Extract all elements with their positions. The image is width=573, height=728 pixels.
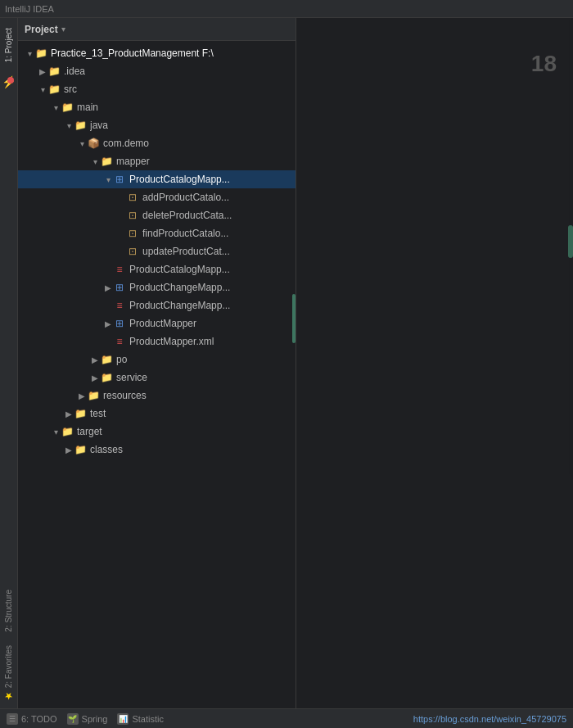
tree-item-label: po <box>116 354 296 365</box>
package-icon: 📦 <box>87 137 100 150</box>
src-folder-icon: 📁 <box>47 83 61 96</box>
expand-arrow: ▶ <box>103 283 113 292</box>
method-icon: ⊡ <box>126 209 139 222</box>
main-content: 18 Select Next View Alt+右箭头 Select Previ… <box>296 18 573 708</box>
tree-item-label: ProductChangeMapp... <box>129 300 296 311</box>
list-item[interactable]: ▾ 📁 src <box>18 80 296 98</box>
list-item[interactable]: ≡ ProductChangeMapp... <box>18 296 296 314</box>
statistic-icon: 📊 <box>117 713 129 725</box>
folder-icon: 📁 <box>100 353 113 366</box>
folder-icon: 📁 <box>61 425 74 438</box>
list-item[interactable]: ▶ 📁 resources <box>18 387 296 405</box>
tree-item-label: ProductCatalogMapp... <box>129 264 296 275</box>
main-scrollbar[interactable] <box>568 225 573 258</box>
tree-item-label: com.demo <box>103 138 296 149</box>
list-item[interactable]: ▾ ⊞ ProductCatalogMapp... <box>18 170 296 188</box>
expand-arrow: ▶ <box>103 319 113 328</box>
bottom-url: https://blog.csdn.net/weixin_45729075 <box>413 714 566 724</box>
expand-arrow: ▶ <box>77 391 87 400</box>
tree-item-label: deleteProductCata... <box>142 210 296 221</box>
bottom-tab-statistic[interactable]: 📊 Statistic <box>117 713 164 725</box>
tree-item-label: classes <box>90 444 296 455</box>
list-item[interactable]: ▾ 📁 main <box>18 98 296 116</box>
bottom-tab-spring[interactable]: 🌱 Spring <box>67 713 108 725</box>
root-project-label: Practice_13_ProductManagement F:\ <box>51 47 296 59</box>
folder-icon: 📁 <box>47 65 61 78</box>
expand-arrow: ▾ <box>77 139 87 148</box>
list-item[interactable]: ▶ 📁 po <box>18 350 296 369</box>
java-folder-icon: 📁 <box>74 119 87 132</box>
tree-item-label: target <box>77 426 296 437</box>
sidebar-item-project[interactable]: 1: Project <box>2 21 15 69</box>
expand-arrow: ▾ <box>64 121 74 130</box>
spring-icon: 🌱 <box>67 713 79 725</box>
bottom-tab-todo[interactable]: ☰ 6: TODO <box>7 713 57 725</box>
list-item[interactable]: ▶ 📁 service <box>18 369 296 387</box>
sidebar-item-structure[interactable]: 2: Structure <box>2 583 15 639</box>
bottom-tab-todo-label: 6: TODO <box>21 714 57 724</box>
list-item[interactable]: ⊡ updateProductCat... <box>18 242 296 260</box>
expand-arrow: ▶ <box>90 373 100 382</box>
tree-item-label: ProductMapper.xml <box>129 336 296 347</box>
top-bar: IntelliJ IDEA <box>0 0 573 18</box>
mapper-folder-icon: 📁 <box>100 155 113 168</box>
tree-item-label: main <box>77 102 296 113</box>
xml-icon: ≡ <box>113 299 126 312</box>
interface-icon: ⊞ <box>113 317 126 330</box>
list-item[interactable]: ▾ 📁 target <box>18 423 296 441</box>
list-item[interactable]: ⊡ deleteProductCata... <box>18 206 296 224</box>
left-tabs: 1: Project ⚡ 2: Structure ★ 2: Favorites <box>0 18 18 708</box>
list-item[interactable]: ▶ ⊞ ProductChangeMapp... <box>18 278 296 296</box>
expand-arrow: ▶ <box>90 355 100 364</box>
project-tree: ▾ 📁 Practice_13_ProductManagement F:\ ▶ … <box>18 41 296 708</box>
tree-item-label: test <box>90 408 296 419</box>
tree-item-label: ProductCatalogMapp... <box>129 174 296 185</box>
chevron-down-icon: ▾ <box>61 25 65 34</box>
sidebar-item-favorites[interactable]: ★ 2: Favorites <box>2 639 16 708</box>
service-folder-icon: 📁 <box>100 371 113 384</box>
tree-item-label: .idea <box>64 66 296 77</box>
expand-arrow: ▾ <box>51 427 61 436</box>
bottom-tab-statistic-label: Statistic <box>132 714 164 724</box>
list-item[interactable]: ▶ ⊞ ProductMapper <box>18 314 296 332</box>
tree-item-label: java <box>90 120 296 131</box>
list-item[interactable]: ≡ ProductCatalogMapp... <box>18 260 296 278</box>
list-item[interactable]: ≡ ProductMapper.xml <box>18 332 296 350</box>
folder-icon: 📁 <box>74 443 87 456</box>
list-item[interactable]: ▶ 📁 .idea <box>18 62 296 80</box>
list-item[interactable]: ▾ 📁 mapper <box>18 152 296 170</box>
interface-icon: ⊞ <box>113 173 126 186</box>
expand-arrow: ▾ <box>103 175 113 184</box>
method-icon: ⊡ <box>126 227 139 240</box>
interface-icon: ⊞ <box>113 281 126 294</box>
tree-item-label: mapper <box>116 156 296 167</box>
todo-icon: ☰ <box>7 713 18 725</box>
list-item[interactable]: ▶ 📁 test <box>18 405 296 423</box>
list-item[interactable]: ⊡ findProductCatalo... <box>18 224 296 242</box>
folder-icon: 📁 <box>87 389 100 402</box>
sidebar-scrollbar[interactable] <box>292 294 296 343</box>
tree-item-label: ProductChangeMapp... <box>129 282 296 293</box>
tree-item-label: service <box>116 372 296 383</box>
folder-icon: 📁 <box>74 407 87 420</box>
tree-item-label: resources <box>103 390 296 401</box>
bottom-tab-spring-label: Spring <box>82 714 108 724</box>
main-layout: 1: Project ⚡ 2: Structure ★ 2: Favorites… <box>0 18 573 708</box>
list-item[interactable]: ▾ 📦 com.demo <box>18 134 296 152</box>
list-item[interactable]: ▶ 📁 classes <box>18 441 296 459</box>
method-icon: ⊡ <box>126 191 139 204</box>
tree-item-label: addProductCatalo... <box>142 192 296 203</box>
xml-icon: ≡ <box>113 335 126 348</box>
tree-root-project[interactable]: ▾ 📁 Practice_13_ProductManagement F:\ <box>18 44 296 62</box>
list-item[interactable]: ⊡ addProductCatalo... <box>18 188 296 206</box>
expand-arrow: ▶ <box>38 67 47 76</box>
expand-arrow: ▾ <box>25 49 34 58</box>
list-item[interactable]: ▾ 📁 java <box>18 116 296 134</box>
project-folder-icon: 📁 <box>34 47 47 60</box>
expand-arrow: ▾ <box>51 103 61 112</box>
method-icon: ⊡ <box>126 245 139 258</box>
sidebar: Project ▾ ▾ 📁 Practice_13_ProductManagem… <box>18 18 296 708</box>
main-folder-icon: 📁 <box>61 101 74 114</box>
sidebar-title: Project <box>25 24 58 35</box>
bottom-bar: ☰ 6: TODO 🌱 Spring 📊 Statistic https://b… <box>0 708 573 728</box>
